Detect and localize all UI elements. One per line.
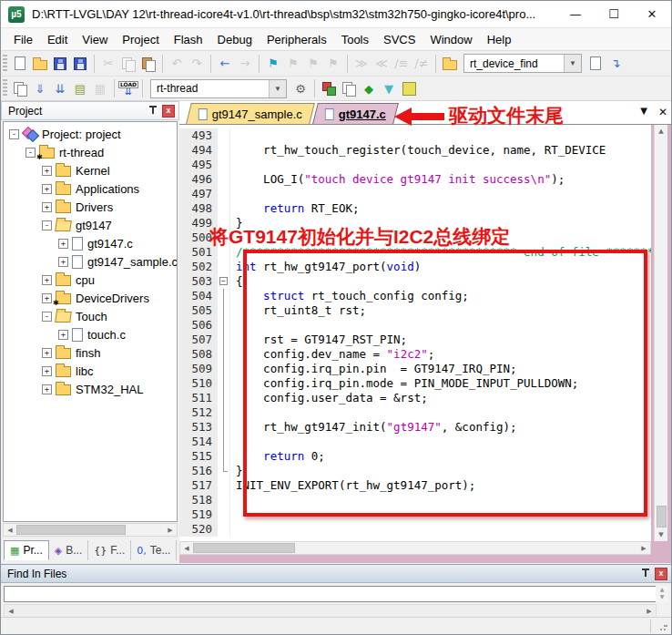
undo-icon[interactable]: ↶ xyxy=(167,54,187,74)
chevron-down-icon[interactable]: ▼ xyxy=(269,80,286,97)
translate-icon[interactable] xyxy=(10,78,30,98)
bookmark-clear-icon[interactable]: ⚑ xyxy=(323,54,343,74)
tree-expander-icon[interactable]: + xyxy=(58,330,68,340)
menu-item-window[interactable]: Window xyxy=(423,30,479,49)
tree-expander-icon[interactable]: - xyxy=(9,129,19,139)
fold-margin[interactable]: − xyxy=(218,274,230,289)
find-in-document-icon[interactable] xyxy=(585,54,606,74)
scrollbar-thumb[interactable] xyxy=(193,543,295,553)
tree-expander-icon[interactable]: + xyxy=(42,275,52,285)
find-results-hscrollbar[interactable]: ◀ ▶ xyxy=(4,604,657,618)
tree-expander-icon[interactable]: + xyxy=(42,166,52,176)
tree-expander-icon[interactable]: + xyxy=(58,257,68,267)
paste-icon[interactable] xyxy=(138,54,158,74)
tree-item-drivers[interactable]: +Drivers xyxy=(4,198,177,216)
target-options-icon[interactable] xyxy=(319,78,339,98)
scroll-right-icon[interactable]: ▶ xyxy=(637,545,650,552)
panel-tab-templates[interactable]: 0,Te... xyxy=(131,540,177,560)
toolbar-drag-handle[interactable] xyxy=(3,79,7,97)
menu-item-file[interactable]: File xyxy=(6,30,40,49)
scroll-up-icon[interactable]: ▲ xyxy=(655,125,667,138)
scroll-left-icon[interactable]: ◀ xyxy=(5,608,17,615)
tree-item-rt-thread[interactable]: -rt-thread xyxy=(4,143,177,161)
menu-item-debug[interactable]: Debug xyxy=(210,30,260,49)
search-combobox[interactable]: rt_device_find▼ xyxy=(463,54,582,73)
tree-expander-icon[interactable]: + xyxy=(42,384,52,394)
incremental-find-icon[interactable]: ↴ xyxy=(606,54,626,74)
new-file-icon[interactable] xyxy=(10,54,30,74)
minimize-button[interactable]: — xyxy=(556,1,595,27)
resize-grip[interactable] xyxy=(659,622,668,631)
open-folder-icon[interactable] xyxy=(30,54,50,74)
find-results-vscrollbar[interactable]: ▲▼ xyxy=(656,586,668,602)
menu-item-project[interactable]: Project xyxy=(115,30,166,49)
nav-back-icon[interactable]: ← xyxy=(215,54,235,74)
tree-item-libc[interactable]: +libc xyxy=(4,362,177,380)
tree-item-gt9147-c[interactable]: +gt9147.c xyxy=(4,234,177,252)
batch-build-icon[interactable]: ▤ xyxy=(70,78,90,98)
find-in-files-icon[interactable] xyxy=(440,54,460,74)
tree-expander-icon[interactable]: + xyxy=(42,366,52,376)
menu-item-view[interactable]: View xyxy=(75,30,115,49)
menu-item-peripherals[interactable]: Peripherals xyxy=(260,30,334,49)
tree-expander-icon[interactable]: - xyxy=(42,220,52,230)
editor-vscrollbar[interactable]: ▲ ▼ xyxy=(654,125,667,541)
editor-tab-gt9147-sample-c[interactable]: gt9147_sample.c xyxy=(186,103,315,124)
menu-item-help[interactable]: Help xyxy=(480,30,519,49)
tree-expander-icon[interactable]: - xyxy=(25,148,36,158)
save-all-icon[interactable] xyxy=(70,54,90,74)
pin-icon[interactable] xyxy=(147,105,159,118)
copy-icon[interactable] xyxy=(118,54,138,74)
panel-tab-books[interactable]: ◈B... xyxy=(49,540,88,560)
cut-icon[interactable]: ✂ xyxy=(98,54,118,74)
tree-expander-icon[interactable]: - xyxy=(42,312,52,322)
tree-item-touch-c[interactable]: +touch.c xyxy=(4,325,177,343)
tree-item-gt9147-sample-c[interactable]: +gt9147_sample.c xyxy=(4,252,177,271)
scroll-down-icon[interactable]: ▼ xyxy=(655,528,667,541)
window-layers-icon[interactable] xyxy=(339,78,359,98)
comment-icon[interactable]: /≡ xyxy=(392,54,412,74)
outdent-icon[interactable]: ≪ xyxy=(372,54,392,74)
tree-expander-icon[interactable]: + xyxy=(42,293,52,303)
manage-rte-icon[interactable]: ◆ xyxy=(359,78,379,98)
find-results-list[interactable] xyxy=(4,586,657,602)
scroll-right-icon[interactable]: ▶ xyxy=(164,527,177,534)
tree-item-touch[interactable]: -Touch xyxy=(4,307,177,325)
editor-hscrollbar[interactable]: ◀ ▶ xyxy=(179,541,651,555)
maximize-button[interactable]: ☐ xyxy=(595,1,633,27)
fold-collapse-icon[interactable]: − xyxy=(219,277,228,285)
tree-item-devicedrivers[interactable]: +DeviceDrivers xyxy=(4,289,177,307)
redo-icon[interactable]: ↷ xyxy=(187,54,207,74)
tree-item-cpu[interactable]: +cpu xyxy=(4,271,177,289)
configure-wand-icon[interactable]: ⚙ xyxy=(290,78,311,98)
find-panel-close-icon[interactable]: x xyxy=(655,568,667,580)
target-select-combobox[interactable]: rt-thread▼ xyxy=(150,79,287,98)
tree-item-stm32-hal[interactable]: +STM32_HAL xyxy=(4,380,177,398)
tree-expander-icon[interactable]: + xyxy=(58,239,68,249)
save-icon[interactable] xyxy=(50,54,70,74)
scrollbar-thumb[interactable] xyxy=(16,525,126,535)
bookmark-next-icon[interactable]: ⚑ xyxy=(303,54,323,74)
tree-item-applications[interactable]: +Applications xyxy=(4,179,177,198)
menu-item-tools[interactable]: Tools xyxy=(334,30,376,49)
file-filter-icon[interactable]: ▼ xyxy=(379,78,399,98)
pack-installer-icon[interactable] xyxy=(399,78,419,98)
tree-expander-icon[interactable]: + xyxy=(42,202,52,212)
code-area[interactable]: 493494 rt_hw_touch_register(touch_device… xyxy=(179,125,651,541)
toolbar-drag-handle[interactable] xyxy=(3,55,7,73)
scroll-left-icon[interactable]: ◀ xyxy=(180,545,193,552)
panel-tab-functions[interactable]: {}F... xyxy=(88,540,131,560)
bookmark-toggle-icon[interactable]: ⚑ xyxy=(263,54,283,74)
project-tree-hscrollbar[interactable]: ◀ ▶ xyxy=(3,523,178,537)
scroll-left-icon[interactable]: ◀ xyxy=(4,527,16,534)
tree-item-gt9147[interactable]: -gt9147 xyxy=(4,216,177,234)
tree-item-project-project[interactable]: -Project: project xyxy=(4,125,177,143)
tree-item-kernel[interactable]: +Kernel xyxy=(4,161,177,179)
chevron-down-icon[interactable]: ▼ xyxy=(564,55,581,72)
nav-forward-icon[interactable]: → xyxy=(235,54,255,74)
menu-item-svcs[interactable]: SVCS xyxy=(376,30,423,49)
editor-tab-gt9147-c[interactable]: gt9147.c xyxy=(312,103,399,124)
pin-icon[interactable] xyxy=(639,568,652,580)
menu-item-flash[interactable]: Flash xyxy=(167,30,210,49)
rebuild-icon[interactable]: ⇊ xyxy=(50,78,70,98)
